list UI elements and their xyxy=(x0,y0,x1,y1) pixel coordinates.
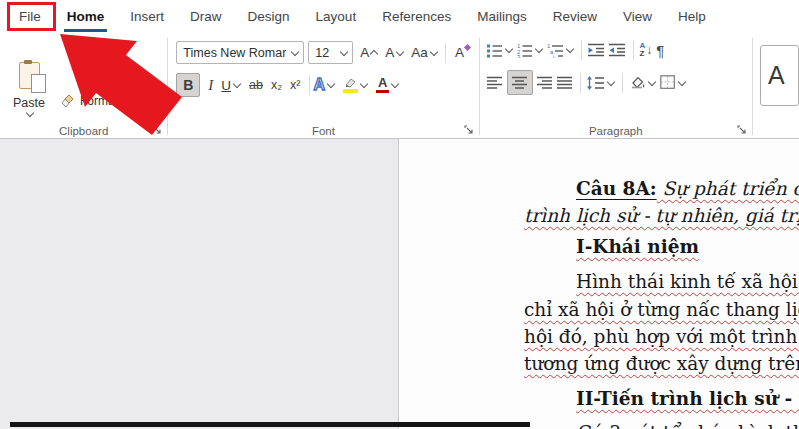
increase-indent-icon xyxy=(609,43,626,57)
tab-home[interactable]: Home xyxy=(54,0,118,32)
highlighter-icon xyxy=(343,78,358,93)
align-left-button[interactable] xyxy=(487,76,503,90)
doc-line: trình lịch sử - tự nhiên, giá trị khoa h… xyxy=(524,203,799,229)
align-center-button[interactable] xyxy=(507,70,533,95)
styles-gallery-partial[interactable]: A xyxy=(760,45,799,106)
divider xyxy=(445,43,446,63)
chevron-down-icon xyxy=(647,77,655,85)
chevron-down-icon xyxy=(291,47,299,55)
borders-icon xyxy=(660,75,676,90)
numbering-button[interactable]: 1 2 3 xyxy=(517,43,543,58)
tab-mailings[interactable]: Mailings xyxy=(464,0,540,32)
bullets-button[interactable] xyxy=(487,43,513,58)
font-color-button[interactable]: A xyxy=(376,77,399,94)
tab-review-label: Review xyxy=(553,9,597,24)
copy-icon xyxy=(104,64,117,80)
justify-icon xyxy=(557,76,573,90)
tab-review[interactable]: Review xyxy=(540,0,610,32)
tab-insert[interactable]: Insert xyxy=(117,0,177,32)
paragraph-dialog-launcher[interactable] xyxy=(737,125,747,135)
tab-design[interactable]: Design xyxy=(235,0,303,32)
format-painter-label: Format Painter xyxy=(80,94,159,108)
doc-heading: I-Khái niệm xyxy=(576,234,699,260)
tab-view[interactable]: View xyxy=(610,0,665,32)
increase-indent-button[interactable] xyxy=(609,43,626,57)
change-case-icon: Aa xyxy=(411,45,428,60)
clear-formatting-icon: A xyxy=(455,45,464,60)
italic-button[interactable]: I xyxy=(208,77,213,94)
style-sample-letter: A xyxy=(768,61,785,90)
change-case-button[interactable]: Aa xyxy=(411,45,438,60)
clipboard-dialog-launcher[interactable] xyxy=(152,125,162,135)
font-size-value: 12 xyxy=(315,46,329,60)
divider xyxy=(622,73,623,93)
chevron-down-icon xyxy=(534,45,542,53)
clipboard-group: Paste ✂ Format Painter Clipboard xyxy=(0,32,167,138)
clipboard-mini-column: ✂ Format Painter xyxy=(61,39,159,138)
dialog-launcher-icon xyxy=(737,125,747,135)
divider xyxy=(309,75,310,95)
chevron-down-icon xyxy=(26,108,34,116)
decrease-indent-icon xyxy=(588,43,605,57)
superscript-button[interactable]: x² xyxy=(290,78,300,92)
grow-font-button[interactable]: A xyxy=(360,45,378,60)
font-name-select[interactable]: Times New Romar xyxy=(176,41,304,64)
text-effects-button[interactable]: A xyxy=(314,76,336,94)
tab-home-label: Home xyxy=(67,9,105,24)
borders-button[interactable] xyxy=(660,75,686,90)
subscript-button[interactable]: x₂ xyxy=(271,78,282,92)
divider xyxy=(581,40,582,60)
font-size-select[interactable]: 12 xyxy=(308,41,353,64)
tab-mailings-label: Mailings xyxy=(477,9,527,24)
dialog-launcher-icon xyxy=(464,125,474,135)
clipboard-icon xyxy=(19,62,40,89)
underline-button[interactable]: U xyxy=(221,78,241,93)
sort-button[interactable]: A Z ↓ xyxy=(640,42,653,58)
annotation-highlight-box xyxy=(7,2,56,31)
svg-text:i: i xyxy=(553,53,554,58)
svg-text:3: 3 xyxy=(517,53,521,58)
document-page[interactable]: Câu 8A: Sự phát triển các HTK trình lịch… xyxy=(398,139,799,429)
line-spacing-button[interactable] xyxy=(587,76,615,90)
paragraph-row-1: 1 2 3 1 a i xyxy=(487,40,753,60)
paragraph-group: 1 2 3 1 a i xyxy=(480,32,753,138)
numbering-icon: 1 2 3 xyxy=(517,43,533,58)
chevron-up-icon xyxy=(370,50,378,58)
down-arrow-icon: ↓ xyxy=(646,43,652,57)
bold-button[interactable]: B xyxy=(176,73,200,97)
doc-line: Hình thái kinh tế xã hội là một xyxy=(576,269,799,295)
justify-button[interactable] xyxy=(557,76,573,90)
shading-button[interactable] xyxy=(629,75,656,90)
align-right-button[interactable] xyxy=(537,76,553,90)
chevron-down-icon xyxy=(360,80,368,88)
clear-formatting-button[interactable]: A xyxy=(455,45,464,60)
shrink-font-button[interactable]: A xyxy=(385,45,404,60)
tab-references[interactable]: References xyxy=(369,0,464,32)
tab-draw[interactable]: Draw xyxy=(177,0,235,32)
doc-line: Câu 8A: Sự phát triển các HTK xyxy=(576,176,799,202)
tab-view-label: View xyxy=(623,9,652,24)
chevron-down-icon xyxy=(340,47,348,55)
decrease-indent-button[interactable] xyxy=(588,43,605,57)
cut-button[interactable]: ✂ xyxy=(61,42,159,56)
highlight-button[interactable] xyxy=(343,78,368,93)
paste-button[interactable]: Paste xyxy=(9,39,49,138)
bottom-bar xyxy=(10,422,530,427)
italic-icon: I xyxy=(208,77,213,94)
chevron-down-icon xyxy=(396,47,404,55)
show-formatting-marks-button[interactable]: ¶ xyxy=(656,42,664,59)
tab-help[interactable]: Help xyxy=(665,0,719,32)
paintbrush-icon xyxy=(61,94,75,108)
font-dialog-launcher[interactable] xyxy=(464,125,474,135)
copy-button[interactable] xyxy=(61,62,159,82)
multilevel-list-button[interactable]: 1 a i xyxy=(547,43,574,58)
chevron-down-icon xyxy=(677,77,685,85)
subscript-icon: x₂ xyxy=(271,78,282,92)
bold-icon: B xyxy=(183,77,193,93)
format-painter-button[interactable]: Format Painter xyxy=(61,94,159,108)
paint-bucket-icon xyxy=(629,75,646,90)
strikethrough-button[interactable]: ab xyxy=(249,78,263,92)
paste-label: Paste xyxy=(13,96,45,110)
tab-layout[interactable]: Layout xyxy=(303,0,370,32)
chevron-down-icon xyxy=(233,80,241,88)
